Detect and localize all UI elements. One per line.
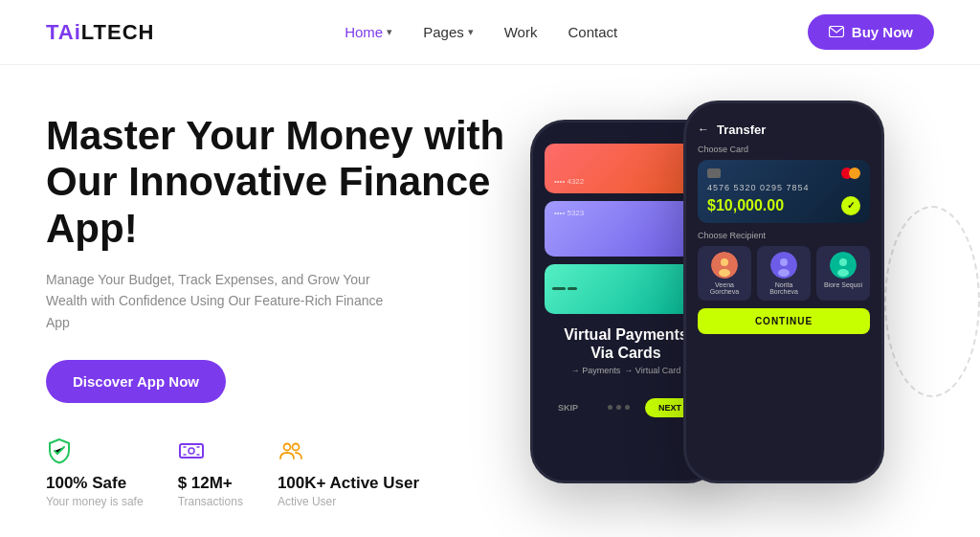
logo: TAiLTECH <box>46 20 155 45</box>
recipient-3-name: Biore Sequoi <box>822 281 864 288</box>
stat-transactions-value: $ 12M+ <box>178 474 243 493</box>
recipients-section: Choose Recipient Veen <box>698 231 870 301</box>
svg-point-7 <box>719 269 730 277</box>
recipient-1-name: Veena Gorcheva <box>703 281 746 295</box>
nav-pages[interactable]: Pages ▾ <box>423 24 474 40</box>
svg-point-13 <box>837 269 849 277</box>
stat-safe: 100% Safe Your money is safe <box>46 437 144 508</box>
svg-point-6 <box>721 258 728 266</box>
chevron-down-icon: ▾ <box>387 26 392 38</box>
stat-users-value: 100K+ Active User <box>278 474 419 493</box>
svg-point-4 <box>292 444 299 451</box>
nav-work[interactable]: Work <box>504 24 538 40</box>
recipient-3[interactable]: Biore Sequoi <box>816 246 870 301</box>
transfer-title: Transfer <box>717 123 766 137</box>
stat-users-label: Active User <box>278 495 419 508</box>
back-arrow-icon: ← <box>698 123 709 136</box>
users-icon <box>278 437 308 468</box>
decorative-circle <box>884 206 980 397</box>
nav-home[interactable]: Home ▾ <box>345 24 392 40</box>
recipient-avatars: Veena Gorcheva Nori <box>698 246 870 301</box>
shield-check-icon <box>46 437 77 468</box>
svg-point-10 <box>778 269 790 277</box>
recipient-2[interactable]: Norita Borcheva <box>757 246 811 301</box>
nav-links: Home ▾ Pages ▾ Work Contact <box>345 24 617 40</box>
navbar: TAiLTECH Home ▾ Pages ▾ Work Contact Buy… <box>0 0 980 65</box>
svg-point-9 <box>780 258 788 266</box>
phone-right: ← Transfer Choose Card 4576 5320 0295 <box>683 101 884 483</box>
svg-point-3 <box>283 444 290 451</box>
transfer-card: 4576 5320 0295 7854 $10,000.00 ✓ <box>698 160 870 223</box>
recipient-2-name: Norita Borcheva <box>763 281 805 295</box>
envelope-icon <box>829 24 844 40</box>
buy-now-label: Buy Now <box>852 24 913 40</box>
amount-row: $10,000.00 ✓ <box>707 196 860 215</box>
stat-users: 100K+ Active User Active User <box>278 437 419 508</box>
phone-notch <box>597 123 655 136</box>
svg-point-12 <box>839 258 847 266</box>
hero-phones: •••• 4322 •••• 5323 <box>482 65 980 537</box>
card-number: 4576 5320 0295 7854 <box>707 183 860 192</box>
phone-2-notch <box>755 103 813 117</box>
avatar-3 <box>830 252 857 279</box>
mastercard-logo <box>841 168 860 179</box>
chevron-down-icon: ▾ <box>468 26 474 38</box>
svg-rect-1 <box>180 444 203 458</box>
hero-section: Master Your Money with Our Innovative Fi… <box>0 65 980 537</box>
avatar-1 <box>711 252 738 279</box>
choose-recipient-label: Choose Recipient <box>698 231 870 240</box>
nav-contact[interactable]: Contact <box>568 24 617 40</box>
card-amount: $10,000.00 <box>707 197 784 214</box>
hero-left: Master Your Money with Our Innovative Fi… <box>46 103 515 537</box>
choose-card-label: Choose Card <box>698 145 870 154</box>
check-icon: ✓ <box>841 196 860 215</box>
skip-button[interactable]: SKIP <box>545 398 591 417</box>
stat-safe-label: Your money is safe <box>46 495 144 508</box>
recipient-1[interactable]: Veena Gorcheva <box>698 246 751 301</box>
stat-transactions-label: Transactions <box>178 495 243 508</box>
phone-2-content: ← Transfer Choose Card 4576 5320 0295 <box>686 117 881 340</box>
stats-row: 100% Safe Your money is safe $ 12M+ Tran… <box>46 437 515 508</box>
continue-button[interactable]: CONTINUE <box>698 308 870 334</box>
card-top-row <box>707 168 860 179</box>
buy-now-button[interactable]: Buy Now <box>808 14 934 50</box>
stat-transactions: $ 12M+ Transactions <box>178 437 243 508</box>
hero-title: Master Your Money with Our Innovative Fi… <box>46 113 515 252</box>
phones-container: •••• 4322 •••• 5323 <box>501 81 961 522</box>
chip-icon <box>707 168 721 178</box>
hero-subtitle: Manage Your Budget, Track Expenses, and … <box>46 269 410 333</box>
svg-point-2 <box>189 448 194 454</box>
avatar-2 <box>770 252 797 279</box>
phone-2-header: ← Transfer <box>698 123 870 137</box>
cash-icon <box>178 437 209 468</box>
discover-button[interactable]: Discover App Now <box>46 360 226 403</box>
stat-safe-value: 100% Safe <box>46 474 144 493</box>
